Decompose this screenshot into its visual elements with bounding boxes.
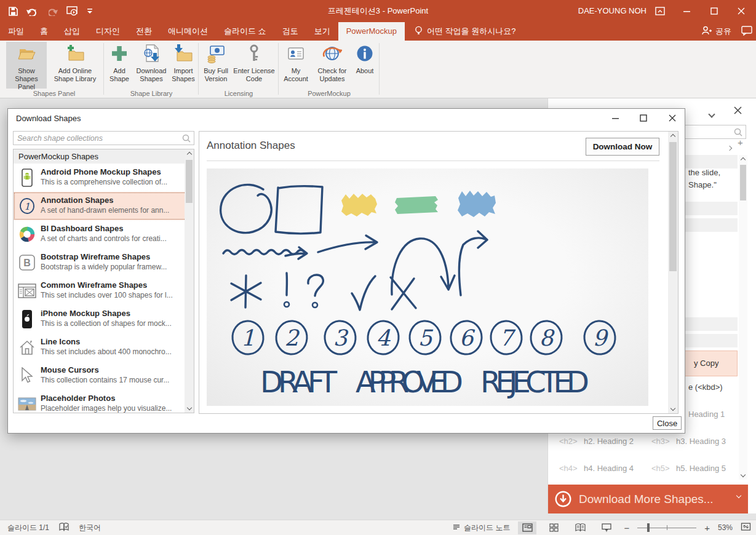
download-now-button[interactable]: Download Now bbox=[586, 138, 659, 156]
customize-qat-icon[interactable] bbox=[87, 7, 93, 15]
list-item-iphone[interactable]: iPhone Mockup Shapes This is a collectio… bbox=[14, 305, 194, 333]
svg-text:1: 1 bbox=[24, 201, 30, 212]
circled-one-icon: 1 bbox=[18, 196, 36, 216]
language-indicator[interactable]: 한국어 bbox=[79, 523, 101, 533]
check-for-updates-button[interactable]: Check for Updates bbox=[312, 42, 352, 89]
group-label-shapes-panel: Shapes Panel bbox=[6, 90, 102, 97]
scroll-up-icon[interactable] bbox=[185, 149, 194, 159]
scroll-up-icon[interactable] bbox=[739, 155, 747, 165]
scrollbar-thumb[interactable] bbox=[740, 165, 746, 200]
buy-full-version-button[interactable]: Buy Full Version bbox=[201, 42, 231, 89]
slide-sorter-view-button[interactable] bbox=[544, 521, 563, 534]
item-desc: A set of hand-drawn elements for ann... bbox=[41, 206, 183, 215]
proofing-book-icon[interactable] bbox=[59, 523, 69, 533]
normal-view-button[interactable] bbox=[518, 521, 536, 534]
heading-shape[interactable]: h2. Heading 2 bbox=[584, 437, 634, 446]
add-online-shape-library-button[interactable]: Add Online Shape Library bbox=[48, 42, 102, 89]
enter-license-code-button[interactable]: Enter License Code bbox=[233, 42, 276, 89]
item-name: Annotation Shapes bbox=[41, 196, 183, 205]
ribbon-display-options-icon[interactable] bbox=[650, 0, 670, 22]
list-scrollbar[interactable] bbox=[185, 149, 194, 413]
heading-shape[interactable]: h3. Heading 3 bbox=[676, 437, 726, 446]
panel-scrollbar[interactable] bbox=[739, 155, 747, 480]
redo-icon[interactable] bbox=[49, 7, 58, 16]
notes-icon bbox=[453, 523, 460, 533]
download-shapes-button[interactable]: Download Shapes bbox=[134, 42, 169, 89]
tab-slideshow[interactable]: 슬라이드 쇼 bbox=[216, 22, 274, 41]
reading-view-button[interactable] bbox=[571, 521, 589, 534]
minimize-button[interactable] bbox=[677, 0, 697, 22]
collapse-chevron-icon[interactable] bbox=[737, 489, 741, 500]
globe-refresh-icon bbox=[322, 44, 342, 67]
heading-shape[interactable]: h5. Heading 5 bbox=[676, 464, 726, 473]
shape-search-input[interactable] bbox=[14, 132, 194, 145]
notes-toggle[interactable]: 슬라이드 노트 bbox=[453, 523, 510, 533]
show-shapes-panel-button[interactable]: Show Shapes Panel bbox=[6, 42, 47, 89]
list-item-bi-dashboard[interactable]: BI Dashboard Shapes A set of charts and … bbox=[14, 220, 194, 248]
title-bar: 프레젠테이션3 - PowerPoint DAE-YOUNG NOH bbox=[0, 0, 756, 22]
save-icon[interactable] bbox=[9, 7, 18, 16]
import-shapes-button[interactable]: Import Shapes bbox=[170, 42, 197, 89]
scroll-up-icon[interactable] bbox=[668, 132, 678, 141]
close-button[interactable] bbox=[731, 0, 751, 22]
zoom-slider-thumb[interactable] bbox=[647, 523, 650, 532]
tab-review[interactable]: 검토 bbox=[274, 22, 306, 41]
scroll-down-icon[interactable] bbox=[668, 403, 678, 413]
dialog-close-button[interactable] bbox=[663, 111, 682, 125]
close-dialog-button[interactable]: Close bbox=[653, 416, 682, 430]
comments-icon[interactable] bbox=[741, 26, 752, 38]
dialog-maximize-button[interactable] bbox=[634, 111, 653, 125]
list-item-placeholder-photos[interactable]: Placeholder Photos Placeholder images he… bbox=[14, 390, 194, 413]
quick-access-toolbar bbox=[9, 0, 93, 22]
item-desc: This set includes about 400 monochro... bbox=[41, 347, 183, 356]
tab-powermockup[interactable]: PowerMockup bbox=[338, 22, 405, 41]
download-more-shapes-button[interactable]: Download More Shapes... bbox=[548, 485, 748, 513]
panel-text-fragment: y Copy bbox=[694, 359, 718, 368]
list-item-annotation[interactable]: 1 Annotation Shapes A set of hand-drawn … bbox=[14, 192, 194, 220]
list-item-common-wireframe[interactable]: Common Wireframe Shapes This set include… bbox=[14, 277, 194, 305]
list-item-line-icons[interactable]: Line Icons This set includes about 400 m… bbox=[14, 333, 194, 362]
tab-view[interactable]: 보기 bbox=[306, 22, 338, 41]
zoom-percentage[interactable]: 53% bbox=[718, 523, 733, 532]
lightbulb-icon bbox=[415, 26, 423, 38]
about-button[interactable]: About bbox=[353, 42, 376, 89]
fit-slide-to-window-icon[interactable] bbox=[741, 522, 751, 533]
tab-home[interactable]: 홈 bbox=[32, 22, 56, 41]
pane-close-icon[interactable] bbox=[734, 106, 742, 117]
tab-transitions[interactable]: 전환 bbox=[128, 22, 160, 41]
undo-button[interactable] bbox=[26, 7, 41, 16]
add-shape-button[interactable]: Add Shape bbox=[106, 42, 133, 89]
button-label: Download Shapes bbox=[134, 67, 169, 83]
svg-text:5: 5 bbox=[418, 325, 434, 351]
tab-insert[interactable]: 삽입 bbox=[56, 22, 88, 41]
preview-scrollbar[interactable] bbox=[668, 132, 678, 413]
list-item-mouse-cursors[interactable]: Mouse Cursors This collection contains 1… bbox=[14, 362, 194, 390]
expand-icon[interactable] bbox=[728, 141, 731, 153]
add-icon[interactable]: + bbox=[738, 137, 743, 148]
scroll-down-icon[interactable] bbox=[739, 470, 747, 480]
collection-preview-panel: Annotation Shapes Download Now bbox=[199, 131, 678, 414]
scrollbar-thumb[interactable] bbox=[669, 142, 677, 271]
slide-counter[interactable]: 슬라이드 1/1 bbox=[7, 523, 49, 533]
heading-shape[interactable]: h4. Heading 4 bbox=[584, 464, 634, 473]
tell-me-box[interactable]: 어떤 작업을 원하시나요? bbox=[415, 22, 515, 41]
share-button[interactable]: 공유 bbox=[702, 26, 731, 37]
zoom-in-button[interactable]: + bbox=[704, 523, 710, 533]
slideshow-view-button[interactable] bbox=[597, 521, 616, 534]
scroll-down-icon[interactable] bbox=[185, 403, 194, 413]
maximize-button[interactable] bbox=[704, 0, 724, 22]
tab-design[interactable]: 디자인 bbox=[88, 22, 128, 41]
tab-file[interactable]: 파일 bbox=[0, 22, 32, 41]
zoom-slider[interactable] bbox=[637, 523, 696, 532]
zoom-out-button[interactable]: − bbox=[624, 523, 629, 533]
dialog-minimize-button[interactable] bbox=[607, 111, 625, 125]
account-user-name[interactable]: DAE-YOUNG NOH bbox=[578, 0, 647, 22]
tab-animations[interactable]: 애니메이션 bbox=[160, 22, 216, 41]
list-item-bootstrap[interactable]: B Bootstrap Wireframe Shapes Bootstrap i… bbox=[14, 248, 194, 277]
my-account-button[interactable]: My Account bbox=[281, 42, 311, 89]
list-item-android-phone[interactable]: Android Phone Mockup Shapes This is a co… bbox=[14, 164, 194, 192]
scrollbar-thumb[interactable] bbox=[186, 160, 193, 203]
item-desc: Placeholder images help you visualize... bbox=[41, 404, 183, 413]
start-slideshow-icon[interactable] bbox=[66, 6, 79, 16]
pane-options-chevron-icon[interactable] bbox=[709, 108, 714, 119]
